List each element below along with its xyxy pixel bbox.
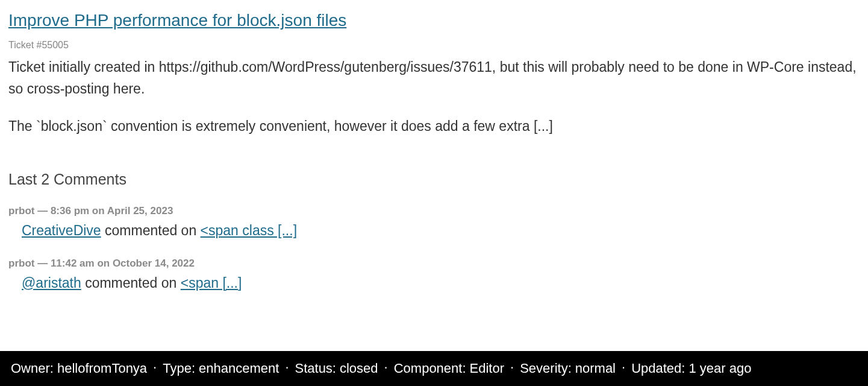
- footer-separator: ·: [622, 359, 625, 375]
- footer-component: Component: Editor: [394, 361, 504, 376]
- footer-status-value: closed: [340, 361, 378, 376]
- comment-body: CreativeDive commented on <span class [.…: [8, 221, 860, 240]
- footer-updated: Updated: 1 year ago: [631, 361, 751, 376]
- comment-item: prbot — 8:36 pm on April 25, 2023 Creati…: [8, 205, 860, 240]
- comment-author: prbot: [8, 205, 34, 217]
- footer-separator: ·: [285, 359, 289, 375]
- ticket-title-link[interactable]: Improve PHP performance for block.json f…: [8, 10, 346, 31]
- comments-heading: Last 2 Comments: [8, 171, 860, 188]
- footer-owner: Owner: hellofromTonya: [11, 361, 147, 376]
- comment-span-link[interactable]: <span class [...]: [201, 223, 297, 238]
- comment-dash: —: [34, 258, 50, 269]
- footer-owner-value: hellofromTonya: [57, 361, 147, 376]
- comment-middle-text: commented on: [81, 275, 181, 291]
- footer-type-label: Type:: [163, 361, 195, 376]
- footer-type: Type: enhancement: [163, 361, 279, 376]
- footer-severity-value: normal: [575, 361, 616, 376]
- footer-type-value: enhancement: [199, 361, 279, 376]
- description-paragraph: The `block.json` convention is extremely…: [8, 116, 860, 138]
- footer-separator: ·: [153, 359, 157, 375]
- comment-middle-text: commented on: [101, 223, 201, 238]
- comment-span-link[interactable]: <span [...]: [181, 275, 242, 291]
- ticket-number-badge: Ticket #55005: [8, 40, 860, 51]
- footer-separator: ·: [384, 359, 388, 375]
- footer-updated-value: 1 year ago: [688, 361, 751, 376]
- comment-dash: —: [34, 205, 50, 217]
- ticket-content: Improve PHP performance for block.json f…: [0, 0, 868, 293]
- footer-owner-label: Owner:: [11, 361, 54, 376]
- footer-severity: Severity: normal: [520, 361, 616, 376]
- comment-timestamp: 11:42 am on October 14, 2022: [51, 258, 195, 269]
- footer-separator: ·: [510, 359, 514, 375]
- footer-status-label: Status:: [295, 361, 336, 376]
- footer-component-value: Editor: [470, 361, 504, 376]
- description-paragraph: Ticket initially created in https://gith…: [8, 57, 860, 100]
- comment-body: @aristath commented on <span [...]: [8, 273, 860, 293]
- comment-author: prbot: [8, 258, 34, 269]
- comment-user-link[interactable]: @aristath: [22, 275, 81, 291]
- comment-item: prbot — 11:42 am on October 14, 2022 @ar…: [8, 258, 860, 293]
- ticket-footer-bar: Owner: hellofromTonya · Type: enhancemen…: [0, 351, 868, 386]
- footer-severity-label: Severity:: [520, 361, 572, 376]
- ticket-description: Ticket initially created in https://gith…: [8, 57, 860, 137]
- footer-updated-label: Updated:: [631, 361, 685, 376]
- comment-meta: prbot — 11:42 am on October 14, 2022: [8, 258, 860, 270]
- comment-meta: prbot — 8:36 pm on April 25, 2023: [8, 205, 860, 217]
- comment-timestamp: 8:36 pm on April 25, 2023: [51, 205, 173, 217]
- footer-component-label: Component:: [394, 361, 466, 376]
- comment-user-link[interactable]: CreativeDive: [22, 223, 101, 238]
- footer-status: Status: closed: [295, 361, 378, 376]
